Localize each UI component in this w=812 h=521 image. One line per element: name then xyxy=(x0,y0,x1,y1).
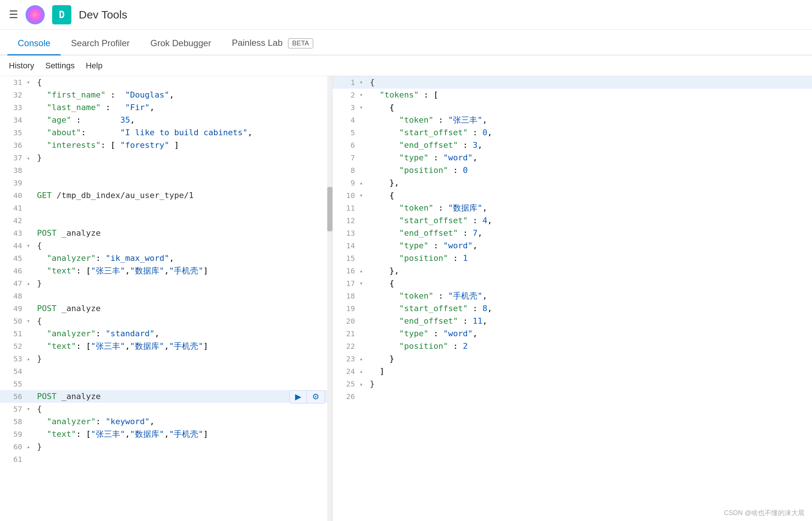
fold-arrow[interactable]: ▾ xyxy=(27,403,34,415)
fold-arrow[interactable]: ▴ xyxy=(359,177,367,189)
line-number: 48 xyxy=(0,290,27,302)
fold-arrow[interactable]: ▾ xyxy=(359,189,367,202)
fold-arrow[interactable]: ▴ xyxy=(359,365,367,378)
tab-search-profiler[interactable]: Search Profiler xyxy=(61,38,140,55)
line-content: "tokens" : [ xyxy=(367,89,812,101)
line-number: 15 xyxy=(333,252,359,265)
line-content: { xyxy=(34,76,332,89)
table-row: 49 POST _analyze xyxy=(0,302,332,315)
hamburger-icon[interactable]: ☰ xyxy=(9,8,18,21)
fold-arrow[interactable]: ▾ xyxy=(359,76,367,89)
line-content: "first_name" : "Douglas", xyxy=(34,89,332,101)
table-row: 41 xyxy=(0,202,332,214)
table-row: 6 "end_offset" : 3, xyxy=(333,139,812,151)
line-number: 49 xyxy=(0,302,27,315)
toolbar: History Settings Help xyxy=(0,55,812,76)
table-row: 17 ▾ { xyxy=(333,277,812,290)
line-number: 18 xyxy=(333,290,359,302)
editor-panel[interactable]: 31 ▾ { 32 "first_name" : "Douglas", 33 "… xyxy=(0,76,333,521)
line-content: { xyxy=(367,189,812,202)
table-row: 32 "first_name" : "Douglas", xyxy=(0,89,332,101)
line-content: "type" : "word", xyxy=(367,239,812,252)
line-number: 46 xyxy=(0,265,27,277)
run-buttons: ▶ ⚙ xyxy=(290,390,325,403)
line-number: 35 xyxy=(0,126,27,139)
table-row: 45 "analyzer": "ik_max_word", xyxy=(0,252,332,265)
line-number: 59 xyxy=(0,428,27,440)
line-content: "type" : "word", xyxy=(367,327,812,340)
fold-arrow[interactable]: ▾ xyxy=(27,239,34,252)
tab-console[interactable]: Console xyxy=(7,38,61,55)
line-content: "analyzer": "standard", xyxy=(34,327,332,340)
table-row: 11 "token" : "数据库", xyxy=(333,202,812,214)
line-number: 61 xyxy=(0,453,27,466)
table-row: 10 ▾ { xyxy=(333,189,812,202)
line-number: 20 xyxy=(333,315,359,327)
table-row: 44 ▾ { xyxy=(0,239,332,252)
table-row: 53 ▴ } xyxy=(0,353,332,365)
line-content: "text": ["张三丰","数据库","手机壳"] xyxy=(34,340,332,353)
fold-arrow[interactable]: ▾ xyxy=(27,76,34,89)
line-number: 60 xyxy=(0,440,27,453)
history-button[interactable]: History xyxy=(9,61,34,71)
run-button[interactable]: ▶ xyxy=(290,391,307,403)
line-content: { xyxy=(367,76,812,89)
line-number: 45 xyxy=(0,252,27,265)
line-number: 5 xyxy=(333,126,359,139)
line-content: { xyxy=(367,101,812,114)
line-content: "end_offset" : 7, xyxy=(367,227,812,239)
top-bar: ☰ D Dev Tools xyxy=(0,0,812,30)
table-row: 55 xyxy=(0,378,332,390)
fold-arrow[interactable]: ▴ xyxy=(27,440,34,453)
line-content: "token" : "张三丰", xyxy=(367,114,812,126)
fold-arrow[interactable]: ▴ xyxy=(27,151,34,164)
table-row: 48 xyxy=(0,290,332,302)
table-row: 25 ▴ } xyxy=(333,378,812,390)
table-row: 61 xyxy=(0,453,332,466)
table-row: 7 "type" : "word", xyxy=(333,151,812,164)
watermark: CSDN @啥也不懂的涞大晨 xyxy=(724,508,805,517)
help-button[interactable]: Help xyxy=(86,61,102,71)
line-content: "token" : "手机壳", xyxy=(367,290,812,302)
scrollbar-track[interactable] xyxy=(327,76,332,521)
table-row: 56 POST _analyze​ ▶ ⚙ xyxy=(0,390,332,403)
editor-content[interactable]: 31 ▾ { 32 "first_name" : "Douglas", 33 "… xyxy=(0,76,332,521)
tab-grok-debugger[interactable]: Grok Debugger xyxy=(140,38,221,55)
table-row: 47 ▴ } xyxy=(0,277,332,290)
line-content: } xyxy=(367,353,812,365)
line-content: }, xyxy=(367,265,812,277)
line-number: 43 xyxy=(0,227,27,239)
line-number: 47 xyxy=(0,277,27,290)
line-number: 44 xyxy=(0,239,27,252)
table-row: 8 "position" : 0 xyxy=(333,164,812,177)
fold-arrow[interactable]: ▴ xyxy=(27,353,34,365)
fold-arrow[interactable]: ▴ xyxy=(27,277,34,290)
table-row: 36 "interests": [ "forestry" ] xyxy=(0,139,332,151)
line-number: 22 xyxy=(333,340,359,353)
line-number: 4 xyxy=(333,114,359,126)
fold-arrow[interactable]: ▴ xyxy=(359,378,367,390)
fold-arrow[interactable]: ▾ xyxy=(359,101,367,114)
fold-arrow[interactable]: ▾ xyxy=(359,89,367,101)
line-number: 8 xyxy=(333,164,359,177)
table-row: 42 xyxy=(0,214,332,227)
fold-arrow[interactable]: ▴ xyxy=(359,353,367,365)
line-content: "position" : 2 xyxy=(367,340,812,353)
line-content: } xyxy=(34,277,332,290)
line-number: 41 xyxy=(0,202,27,214)
table-row: 3 ▾ { xyxy=(333,101,812,114)
table-row: 21 "type" : "word", xyxy=(333,327,812,340)
line-content: { xyxy=(34,315,332,327)
fold-arrow[interactable]: ▾ xyxy=(27,315,34,327)
line-content: { xyxy=(34,403,332,415)
dev-avatar[interactable]: D xyxy=(52,5,71,24)
table-row: 57 ▾ { xyxy=(0,403,332,415)
run-options-button[interactable]: ⚙ xyxy=(307,391,325,403)
fold-arrow[interactable]: ▾ xyxy=(359,277,367,290)
fold-arrow[interactable]: ▴ xyxy=(359,265,367,277)
tab-painless-lab[interactable]: Painless Lab BETA xyxy=(221,38,324,55)
scrollbar-thumb[interactable] xyxy=(327,187,332,231)
settings-button[interactable]: Settings xyxy=(45,61,75,71)
table-row: 39 xyxy=(0,177,332,189)
app-title: Dev Tools xyxy=(79,8,127,21)
